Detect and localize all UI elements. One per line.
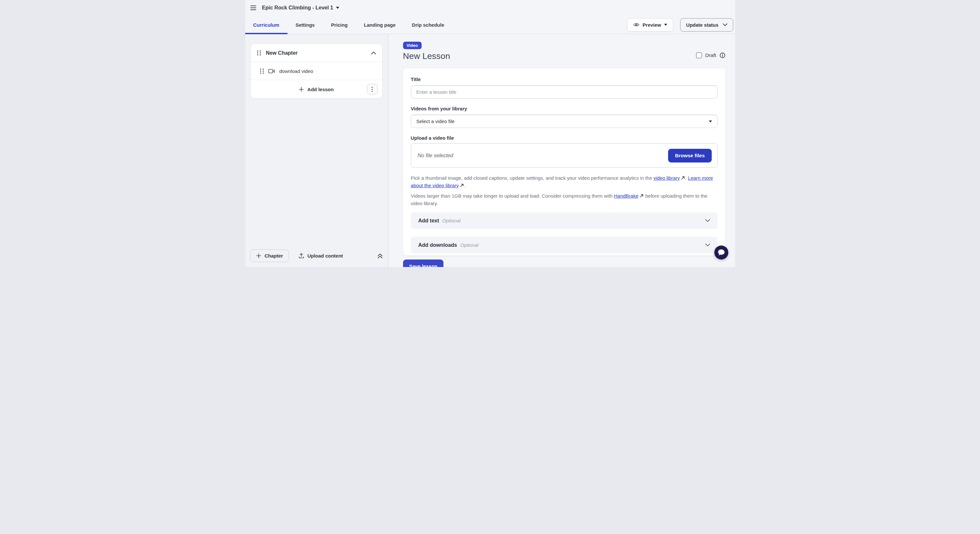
upload-content-button[interactable]: Upload content	[299, 253, 343, 259]
add-lesson-button[interactable]: Add lesson	[299, 87, 334, 92]
plus-icon	[256, 253, 261, 258]
kebab-menu-icon	[371, 87, 373, 92]
upload-field-label: Upload a video file	[411, 135, 718, 141]
add-text-section[interactable]: Add text Optional	[411, 212, 718, 229]
drag-handle-icon[interactable]	[257, 50, 261, 56]
add-chapter-button[interactable]: Chapter	[250, 250, 289, 262]
lesson-type-badge: Video	[403, 42, 422, 49]
tab-pricing[interactable]: Pricing	[323, 16, 356, 34]
video-library-help-text: Pick a thumbnail image, add closed capti…	[411, 174, 719, 189]
drag-handle-icon[interactable]	[260, 68, 264, 74]
chevron-down-icon	[723, 24, 727, 26]
chapter-card: New Chapter download video	[250, 44, 383, 99]
handbrake-link[interactable]: HandBrake	[614, 193, 638, 199]
video-library-label: Videos from your library	[411, 106, 718, 111]
video-library-link[interactable]: video library	[654, 175, 680, 181]
chapter-menu-button[interactable]	[367, 84, 378, 95]
chevron-up-icon[interactable]	[371, 51, 376, 54]
body: New Chapter download video	[245, 34, 735, 267]
lesson-page-title: New Lesson	[403, 51, 450, 61]
chapter-title: New Chapter	[266, 50, 366, 56]
info-icon[interactable]	[719, 52, 725, 58]
caret-down-icon	[709, 121, 712, 122]
help-text: .	[685, 175, 688, 181]
eye-icon	[633, 22, 640, 27]
title-field-label: Title	[411, 76, 718, 82]
external-link-icon	[681, 176, 685, 180]
help-text: Videos larger than 1GB may take longer t…	[411, 193, 614, 199]
add-lesson-label: Add lesson	[307, 87, 334, 92]
video-camera-icon	[268, 69, 275, 73]
video-library-select-value: Select a video file	[417, 119, 455, 124]
lesson-title: download video	[279, 68, 313, 74]
lesson-form-card: Title Videos from your library Select a …	[403, 68, 725, 256]
lesson-editor: Video New Lesson Draft Title	[388, 34, 735, 267]
tab-curriculum[interactable]: Curriculum	[245, 16, 288, 34]
add-downloads-section[interactable]: Add downloads Optional	[411, 237, 718, 253]
plus-icon	[299, 87, 304, 92]
optional-label: Optional	[442, 218, 705, 223]
chevron-down-icon	[705, 219, 710, 222]
caret-down-icon	[664, 24, 667, 26]
no-file-text: No file selected	[418, 153, 453, 159]
video-library-field: Videos from your library Select a video …	[411, 106, 718, 128]
upload-content-label: Upload content	[307, 253, 343, 259]
add-text-label: Add text	[418, 218, 439, 224]
preview-button[interactable]: Preview	[627, 18, 674, 32]
help-text: .	[464, 183, 466, 188]
chat-widget-button[interactable]	[714, 245, 728, 259]
tab-actions: Preview Update status	[627, 16, 735, 34]
double-chevron-up-icon	[377, 253, 383, 259]
course-switcher[interactable]: Epic Rock Climbing - Level 1	[262, 5, 340, 11]
title-field: Title	[411, 76, 718, 99]
tab-drip-schedule[interactable]: Drip schedule	[404, 16, 452, 34]
add-chapter-label: Chapter	[265, 253, 283, 259]
lesson-header: Video New Lesson Draft	[403, 42, 725, 61]
lesson-row[interactable]: download video	[251, 62, 382, 80]
tab-settings[interactable]: Settings	[288, 16, 323, 34]
collapse-all-button[interactable]	[377, 253, 383, 259]
update-status-button[interactable]: Update status	[680, 18, 733, 32]
upload-icon	[299, 253, 304, 259]
sidebar-footer: Chapter Upload content	[245, 250, 388, 267]
course-title: Epic Rock Climbing - Level 1	[262, 5, 333, 11]
draft-label: Draft	[705, 52, 716, 58]
save-lesson-button[interactable]: Save lesson	[403, 259, 444, 267]
compression-help-text: Videos larger than 1GB may take longer t…	[411, 192, 719, 207]
add-downloads-label: Add downloads	[418, 242, 457, 248]
optional-label: Optional	[460, 242, 705, 248]
external-link-icon	[460, 184, 464, 187]
draft-toggle-row: Draft	[696, 52, 725, 58]
add-lesson-row: Add lesson	[251, 80, 382, 99]
draft-checkbox[interactable]	[696, 52, 702, 58]
course-builder-page: Epic Rock Climbing - Level 1 Curriculum …	[245, 0, 735, 267]
chevron-down-icon	[705, 243, 710, 246]
update-status-label: Update status	[686, 22, 718, 28]
tab-bar: Curriculum Settings Pricing Landing page…	[245, 16, 735, 34]
hamburger-menu-icon[interactable]	[250, 6, 256, 10]
help-text: Pick a thumbnail image, add closed capti…	[411, 175, 654, 181]
lesson-title-block: Video New Lesson	[403, 42, 450, 61]
video-library-select[interactable]: Select a video file	[411, 114, 718, 128]
external-link-icon	[640, 194, 643, 198]
chapter-header[interactable]: New Chapter	[251, 44, 382, 62]
lesson-title-input[interactable]	[411, 85, 718, 99]
browse-files-button[interactable]: Browse files	[668, 149, 711, 162]
chat-bubble-icon	[718, 249, 725, 256]
curriculum-sidebar: New Chapter download video	[245, 34, 388, 267]
top-bar: Epic Rock Climbing - Level 1	[245, 0, 735, 16]
caret-down-icon	[336, 7, 339, 9]
preview-label: Preview	[643, 22, 661, 28]
upload-field: Upload a video file No file selected Bro…	[411, 135, 718, 168]
tab-landing-page[interactable]: Landing page	[356, 16, 404, 34]
tabs: Curriculum Settings Pricing Landing page…	[245, 16, 453, 34]
file-upload-dropzone[interactable]: No file selected Browse files	[411, 143, 718, 168]
